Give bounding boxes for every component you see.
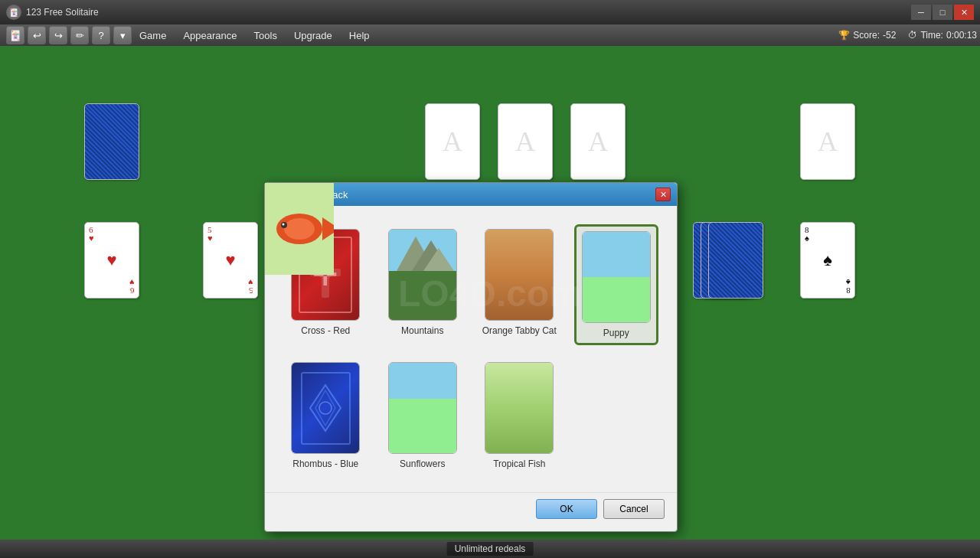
menu-bar: 🃏 ↩ ↪ ✏ ? ▾ Game Appearance Tools Upgrad… [0, 24, 980, 46]
hud: 🏆 Score: -52 ⏱ Time: 0:00:13 [838, 30, 977, 41]
svg-marker-25 [310, 385, 341, 431]
menu-help[interactable]: Help [341, 27, 377, 44]
select-card-back-dialog: Select Card Back ✕ [264, 182, 678, 532]
game-area: LO4D.com 6♥ ♥ 6♥ 5♥ ♥ 5♥ A A A A 8♠ ♠ 8♠… [0, 46, 980, 540]
card-5hearts: 5♥ ♥ 5♥ [203, 222, 258, 299]
card-option-rhombus[interactable]: Rhombus - Blue [283, 357, 368, 474]
minimize-button[interactable]: ─ [911, 5, 931, 20]
toolbar-icon-2[interactable]: ↩ [28, 26, 46, 44]
score-value: -52 [883, 30, 896, 41]
menu-tools[interactable]: Tools [247, 27, 285, 44]
menu-upgrade[interactable]: Upgrade [286, 27, 340, 44]
ok-button[interactable]: OK [536, 499, 597, 519]
card-label-tabby: Orange Tabby Cat [482, 325, 557, 336]
maximize-button[interactable]: □ [933, 5, 952, 20]
card-rank-br: 5♥ [248, 278, 253, 295]
app-icon: 🃏 [6, 5, 21, 20]
card-label-sunflowers: Sunflowers [400, 458, 445, 469]
menu-game[interactable]: Game [132, 27, 174, 44]
title-bar-controls: ─ □ ✕ [911, 5, 974, 20]
card-thumbnail-rhombus [291, 362, 360, 454]
foundation-1: A [425, 103, 480, 180]
card-label-cross-red: Cross - Red [301, 325, 350, 336]
status-message: Unlimited redeals [447, 542, 534, 556]
card-rank-tl: 8♠ [805, 226, 809, 243]
toolbar-icon-help[interactable]: ? [92, 26, 110, 44]
foundation-2: A [498, 103, 553, 180]
card-6hearts: 6♥ ♥ 6♥ [84, 222, 139, 299]
toolbar-icon-1[interactable]: 🃏 [6, 26, 24, 44]
card-rank-br: 6♥ [129, 278, 135, 295]
card-label-rhombus: Rhombus - Blue [292, 458, 358, 469]
card-option-sunflowers[interactable]: Sunflowers [381, 357, 466, 474]
card-rank-tl: 5♥ [207, 226, 213, 243]
menu-items: Game Appearance Tools Upgrade Help [132, 27, 377, 44]
score-section: 🏆 Score: -52 [838, 30, 896, 41]
card-option-puppy[interactable]: Puppy [574, 224, 659, 345]
score-label: Score: [853, 30, 880, 41]
svg-point-27 [319, 402, 332, 414]
clock-icon: ⏱ [908, 30, 917, 41]
toolbar-icon-4[interactable]: ✏ [70, 26, 89, 44]
card-center-suit: ♥ [106, 250, 116, 270]
window-title: 123 Free Solitaire [26, 7, 99, 18]
puppy-image [583, 231, 650, 323]
card-rank-tl: 6♥ [89, 226, 94, 243]
card-label-puppy: Puppy [603, 328, 629, 338]
card-label-tropical: Tropical Fish [493, 458, 545, 469]
menu-appearance[interactable]: Appearance [175, 27, 244, 44]
card-back-grid: Cross - Red [277, 218, 665, 480]
dialog-close-button[interactable]: ✕ [655, 188, 671, 201]
card-rank-br: 8♠ [846, 278, 851, 295]
time-value: 0:00:13 [946, 30, 977, 41]
tropical-image [485, 362, 553, 454]
card-thumbnail-sunflowers [388, 362, 457, 454]
dialog-footer: OK Cancel [265, 492, 677, 531]
score-icon: 🏆 [838, 30, 850, 41]
title-bar: 🃏 123 Free Solitaire ─ □ ✕ [0, 0, 980, 24]
time-section: ⏱ Time: 0:00:13 [908, 30, 977, 41]
deck-stack-3 [708, 222, 763, 299]
stock-pile[interactable] [84, 103, 139, 180]
card-option-tropical[interactable]: Tropical Fish [477, 357, 562, 474]
rhombus-image [292, 362, 359, 454]
card-center-suit: ♥ [225, 250, 235, 270]
foundation-3: A [570, 103, 626, 180]
toolbar: 🃏 ↩ ↪ ✏ ? ▾ [6, 26, 132, 44]
sunflowers-image [389, 362, 456, 454]
foundation-4: A [800, 103, 855, 180]
time-label: Time: [920, 30, 943, 41]
card-thumbnail-puppy [582, 231, 651, 323]
card-thumbnail-tropical [485, 362, 554, 454]
window-close-button[interactable]: ✕ [954, 5, 974, 20]
status-bar: Unlimited redeals [0, 540, 980, 558]
toolbar-icon-3[interactable]: ↪ [49, 26, 67, 44]
dialog-body: Cross - Red [265, 206, 677, 492]
card-center-suit: ♠ [823, 250, 832, 270]
toolbar-icon-more[interactable]: ▾ [113, 26, 132, 44]
rhombus-inner [301, 372, 351, 445]
card-8spades: 8♠ ♠ 8♠ [800, 222, 855, 299]
title-bar-left: 🃏 123 Free Solitaire [6, 5, 99, 20]
watermark: LO4D.com [398, 272, 582, 314]
cancel-button[interactable]: Cancel [603, 499, 665, 519]
card-label-mountains: Mountains [401, 325, 443, 336]
